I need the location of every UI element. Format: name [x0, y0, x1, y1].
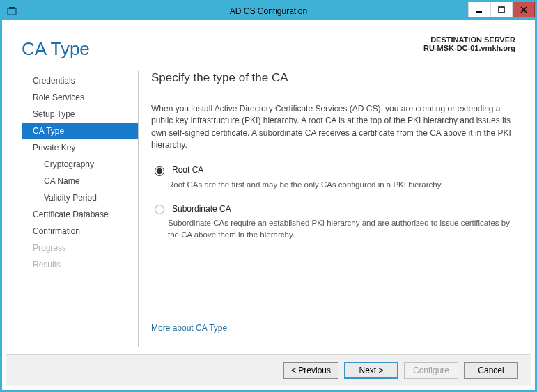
main-panel: Specify the type of the CA When you inst…: [139, 71, 515, 347]
header: CA Type DESTINATION SERVER RU-MSK-DC-01.…: [6, 24, 531, 60]
destination-value: RU-MSK-DC-01.vmkh.org: [423, 44, 515, 52]
more-about-link[interactable]: More about CA Type: [151, 323, 227, 333]
previous-button[interactable]: < Previous: [283, 362, 338, 379]
intro-text: When you install Active Directory Certif…: [151, 103, 513, 152]
window-title: AD CS Configuration: [2, 6, 535, 16]
option-sub: Subordinate CASubordinate CAs require an…: [151, 203, 513, 240]
body: CredentialsRole ServicesSetup TypeCA Typ…: [6, 60, 531, 354]
footer: < Previous Next > Configure Cancel: [6, 354, 531, 386]
sidebar-item-results: Results: [22, 256, 138, 273]
sidebar-item-ca-name[interactable]: CA Name: [22, 173, 138, 189]
wizard-steps: CredentialsRole ServicesSetup TypeCA Typ…: [22, 71, 139, 347]
maximize-button[interactable]: [490, 2, 513, 17]
cancel-button[interactable]: Cancel: [464, 362, 518, 379]
option-label-sub[interactable]: Subordinate CA: [172, 204, 231, 214]
option-desc-sub: Subordinate CAs require an established P…: [168, 217, 513, 240]
svg-rect-0: [8, 8, 16, 15]
option-root: Root CARoot CAs are the first and may be…: [151, 164, 513, 191]
next-button[interactable]: Next >: [344, 362, 398, 379]
option-label-root[interactable]: Root CA: [172, 165, 203, 175]
radio-root[interactable]: [155, 166, 164, 176]
svg-rect-2: [476, 11, 482, 13]
titlebar: AD CS Configuration: [2, 2, 535, 20]
sidebar-item-confirmation[interactable]: Confirmation: [22, 223, 138, 240]
radio-sub[interactable]: [155, 205, 164, 214]
sidebar-item-ca-type[interactable]: CA Type: [22, 123, 138, 139]
sidebar-item-progress: Progress: [22, 240, 138, 256]
destination-server: DESTINATION SERVER RU-MSK-DC-01.vmkh.org: [423, 34, 515, 60]
sidebar-item-credentials[interactable]: Credentials: [22, 72, 138, 89]
sidebar-item-private-key[interactable]: Private Key: [22, 139, 138, 156]
minimize-button[interactable]: [468, 2, 490, 17]
svg-rect-1: [9, 7, 15, 9]
wizard-window: AD CS Configuration CA Type DESTINATION …: [0, 0, 537, 392]
option-desc-root: Root CAs are the first and may be the on…: [168, 179, 513, 191]
configure-button: Configure: [404, 362, 458, 379]
app-icon: [6, 6, 17, 17]
window-controls: [468, 2, 535, 17]
close-button[interactable]: [513, 2, 535, 17]
sidebar-item-role-services[interactable]: Role Services: [22, 89, 138, 106]
sidebar-item-certificate-database[interactable]: Certificate Database: [22, 206, 138, 223]
main-heading: Specify the type of the CA: [151, 71, 513, 85]
sidebar-item-setup-type[interactable]: Setup Type: [22, 106, 138, 123]
sidebar-item-validity-period[interactable]: Validity Period: [22, 189, 138, 206]
page-title: CA Type: [22, 38, 90, 60]
svg-rect-3: [499, 7, 504, 13]
content-panel: CA Type DESTINATION SERVER RU-MSK-DC-01.…: [6, 24, 531, 386]
destination-label: DESTINATION SERVER: [423, 36, 515, 44]
sidebar-item-cryptography[interactable]: Cryptography: [22, 156, 138, 173]
